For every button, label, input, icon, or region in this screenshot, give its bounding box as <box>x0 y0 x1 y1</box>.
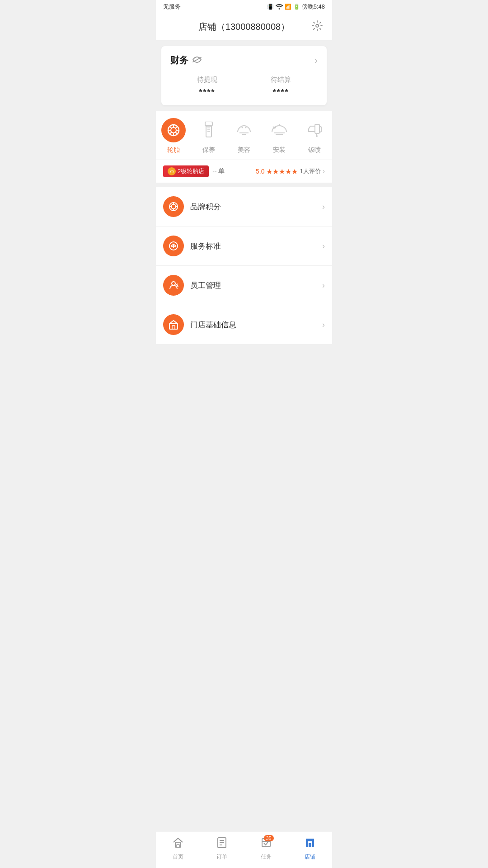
svg-point-17 <box>245 127 247 128</box>
install-label: 安装 <box>273 146 286 154</box>
paint-label: 钣喷 <box>308 146 321 154</box>
pending-settle-label: 待结算 <box>271 75 291 84</box>
menu-item-shop-info[interactable]: 门店基础信息 › <box>156 305 332 344</box>
svg-line-8 <box>175 132 177 134</box>
pending-settle: 待结算 **** <box>271 75 291 97</box>
tire-icon-circle <box>161 118 186 142</box>
shop-info-icon <box>163 314 184 335</box>
svg-point-0 <box>316 24 319 27</box>
finance-card: 财务 › 待提现 **** 待结算 **** <box>161 46 327 105</box>
svg-line-9 <box>175 127 177 128</box>
svg-point-2 <box>171 127 176 133</box>
status-time: 傍晚5:48 <box>302 3 325 11</box>
pending-withdraw-value: **** <box>197 88 217 97</box>
svg-point-22 <box>171 204 176 209</box>
menu-item-staff-management[interactable]: 员工管理 › <box>156 266 332 305</box>
svg-rect-19 <box>315 124 319 133</box>
eye-icon[interactable] <box>192 56 202 65</box>
install-icon-circle <box>267 118 291 142</box>
service-item-beauty[interactable]: 美容 <box>228 118 260 154</box>
brand-points-icon <box>163 196 184 217</box>
finance-arrow[interactable]: › <box>314 55 318 66</box>
service-item-install[interactable]: 安装 <box>263 118 295 154</box>
shop-level-left: ⊙ 2级轮胎店 -- 单 <box>163 165 225 177</box>
service-categories: 轮胎 保养 <box>156 111 332 160</box>
status-no-service: 无服务 <box>163 3 181 11</box>
maintenance-icon-circle <box>197 118 221 142</box>
maintenance-label: 保养 <box>202 146 215 154</box>
status-bar: 无服务 📳 📶 🔋 傍晚5:48 <box>156 0 332 14</box>
service-item-paint[interactable]: 钣喷 <box>299 118 330 154</box>
level-badge: ⊙ 2级轮胎店 <box>163 165 209 177</box>
stars-icon: ★★★★★ <box>266 167 298 176</box>
settings-button[interactable] <box>311 20 323 34</box>
staff-management-icon <box>163 275 184 296</box>
pending-withdraw-label: 待提现 <box>197 75 217 84</box>
svg-line-10 <box>170 132 172 134</box>
finance-amounts: 待提现 **** 待结算 **** <box>170 75 318 97</box>
beauty-label: 美容 <box>238 146 250 154</box>
battery-icon: 🔋 <box>293 4 300 10</box>
shop-info-label: 门店基础信息 <box>190 320 316 330</box>
staff-management-arrow: › <box>322 281 325 290</box>
service-standard-label: 服务标准 <box>190 241 316 251</box>
shop-info-arrow: › <box>322 320 325 330</box>
finance-header: 财务 › <box>170 54 318 66</box>
page-title: 店铺（13000880008） <box>198 21 290 33</box>
badge-coin-icon: ⊙ <box>168 167 176 175</box>
service-item-maintenance[interactable]: 保养 <box>193 118 225 154</box>
svg-rect-12 <box>206 125 211 137</box>
sim-icon: 📶 <box>285 4 291 10</box>
rating-score: 5.0 <box>256 168 264 175</box>
brand-points-arrow: › <box>322 202 325 212</box>
page-header: 店铺（13000880008） <box>156 14 332 41</box>
menu-section: 品牌积分 › 服务标准 › <box>156 187 332 344</box>
tire-label: 轮胎 <box>167 146 180 154</box>
vibrate-icon: 📳 <box>267 4 274 10</box>
wifi-icon <box>276 3 283 11</box>
shop-rating[interactable]: 5.0 ★★★★★ 1人评价 › <box>256 167 325 176</box>
shop-level-bar: ⊙ 2级轮胎店 -- 单 5.0 ★★★★★ 1人评价 › <box>156 160 332 183</box>
svg-rect-30 <box>172 326 175 329</box>
svg-point-20 <box>316 135 318 137</box>
paint-icon-circle <box>302 118 327 142</box>
service-standard-icon <box>163 236 184 256</box>
pending-withdraw: 待提现 **** <box>197 75 217 97</box>
menu-item-brand-points[interactable]: 品牌积分 › <box>156 187 332 226</box>
menu-item-service-standard[interactable]: 服务标准 › <box>156 226 332 266</box>
service-standard-arrow: › <box>322 241 325 251</box>
svg-point-16 <box>242 127 243 128</box>
brand-points-label: 品牌积分 <box>190 202 316 212</box>
beauty-icon-circle <box>232 118 256 142</box>
shop-rating-arrow: › <box>323 167 325 175</box>
staff-management-label: 员工管理 <box>190 280 316 291</box>
svg-rect-29 <box>169 324 178 329</box>
pending-settle-value: **** <box>271 88 291 97</box>
level-badge-text: 2级轮胎店 <box>178 167 204 175</box>
shop-orders: -- 单 <box>212 167 225 175</box>
finance-title-row: 财务 <box>170 54 202 66</box>
finance-title: 财务 <box>170 54 188 66</box>
svg-line-7 <box>170 127 172 128</box>
svg-point-28 <box>172 282 175 285</box>
status-icons: 📳 📶 🔋 傍晚5:48 <box>267 3 325 11</box>
service-item-tire[interactable]: 轮胎 <box>158 118 189 154</box>
review-count: 1人评价 <box>300 167 320 175</box>
